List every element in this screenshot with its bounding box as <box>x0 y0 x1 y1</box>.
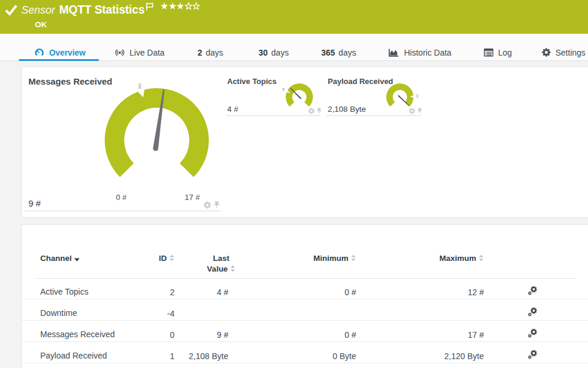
gauge-block-divider <box>326 115 421 116</box>
column-header-channel[interactable]: Channel <box>40 253 80 264</box>
small-gauge-title: Active Topics <box>227 77 277 86</box>
priority-stars[interactable] <box>160 2 201 10</box>
sort-desc-caret-icon <box>74 258 80 262</box>
small-gauge-value: 4 # <box>227 105 238 114</box>
cell-minimum: 0 # <box>297 288 356 297</box>
active-tab-underline <box>19 59 99 62</box>
gauge-pin-icon[interactable] <box>417 108 422 114</box>
cell-channel: Active Topics <box>40 287 88 296</box>
broadcast-icon <box>115 49 125 57</box>
gauges-panel: Messages Received x 0 # 17 # 9 # Active … <box>22 67 588 217</box>
cell-channel: Downtime <box>40 308 77 318</box>
cell-id: 2 <box>115 288 175 297</box>
cell-last-value: 9 # <box>169 330 228 340</box>
sort-updown-icon <box>479 254 484 262</box>
tab-2-days[interactable]: 2 days <box>198 34 223 61</box>
tab-overview[interactable]: Overview <box>34 34 85 61</box>
gauge-block-divider <box>25 211 221 211</box>
star-outline-icon[interactable] <box>185 2 193 10</box>
sort-updown-icon <box>351 254 356 262</box>
status-ok-check-icon <box>5 5 18 17</box>
status-badge: OK <box>35 20 47 29</box>
small-gauge-actions <box>409 108 422 114</box>
cell-channel: Payload Received <box>40 351 107 360</box>
sort-updown-icon <box>230 265 235 272</box>
cell-last-value: 2,108 Byte <box>169 351 228 361</box>
tab-log[interactable]: Log <box>484 34 512 61</box>
star-filled-icon[interactable] <box>169 2 177 10</box>
cell-maximum: 12 # <box>407 288 484 297</box>
table-row: Active Topics 2 4 # 0 # 12 # <box>22 278 588 299</box>
gauge-pin-icon[interactable] <box>214 201 220 209</box>
sort-updown-icon <box>169 254 175 262</box>
star-filled-icon[interactable] <box>176 2 185 10</box>
primary-gauge-value: 9 # <box>28 198 41 208</box>
tab-bar: Overview Live Data 2 days 30 days 365 da… <box>0 34 588 61</box>
table-row: Payload Received 1 2,108 Byte 0 Byte 2,1… <box>22 342 588 363</box>
priority-flag-icon[interactable] <box>145 2 154 11</box>
star-outline-icon[interactable] <box>192 2 201 10</box>
cell-maximum: 17 # <box>407 330 484 340</box>
gauge-max-label: 17 # <box>175 193 210 202</box>
gauge-pin-icon[interactable] <box>316 108 322 114</box>
log-icon <box>484 49 493 57</box>
channel-settings-gears-icon[interactable] <box>528 307 537 317</box>
channel-settings-gears-icon[interactable] <box>528 328 537 338</box>
object-kind-label: Sensor <box>21 4 55 17</box>
cell-id: -4 <box>115 309 175 318</box>
cell-last-value: 4 # <box>169 288 228 297</box>
channel-settings-gears-icon[interactable] <box>528 286 537 295</box>
gauge-icon <box>34 48 44 57</box>
table-row: Messages Received 0 9 # 0 # 17 # <box>22 321 588 342</box>
star-filled-icon[interactable] <box>160 2 169 10</box>
channels-table-panel: Channel ID Last Value Minimum Maximum Ac… <box>22 225 588 368</box>
column-header-minimum[interactable]: Minimum <box>273 253 356 264</box>
tab-historic-data[interactable]: Historic Data <box>389 34 451 61</box>
cell-id: 0 <box>115 330 175 340</box>
channel-settings-gears-icon[interactable] <box>528 350 537 359</box>
tab-live-data[interactable]: Live Data <box>115 34 164 61</box>
small-gauge-actions <box>308 108 322 114</box>
cell-maximum: 2,120 Byte <box>407 351 484 361</box>
gauge-block-divider <box>227 115 320 116</box>
cell-minimum: 0 Byte <box>297 351 356 361</box>
column-header-last-value[interactable]: Last Value <box>192 253 251 275</box>
sensor-status-header: Sensor MQTT Statistics OK <box>0 0 588 34</box>
cell-minimum: 0 # <box>297 330 356 340</box>
tab-30-days[interactable]: 30 days <box>259 34 289 61</box>
messages-received-gauge: x <box>98 81 216 199</box>
tab-365-days[interactable]: 365 days <box>321 34 356 61</box>
small-gauge-value: 2,108 Byte <box>328 105 366 114</box>
gauge-min-label: 0 # <box>104 193 139 202</box>
column-header-id[interactable]: ID <box>92 253 175 264</box>
page-title: MQTT Statistics <box>59 3 144 17</box>
table-row: Downtime -4 <box>22 299 588 321</box>
gauge-settings-gear-icon[interactable] <box>203 201 211 209</box>
tab-settings[interactable]: Settings <box>542 34 586 61</box>
primary-gauge-actions <box>203 201 220 209</box>
gauge-settings-gear-icon[interactable] <box>308 108 315 114</box>
gear-icon <box>542 48 551 57</box>
area-chart-icon <box>389 49 399 57</box>
cell-channel: Messages Received <box>40 330 115 339</box>
gauge-settings-gear-icon[interactable] <box>409 108 415 114</box>
cell-id: 1 <box>115 351 175 361</box>
column-header-maximum[interactable]: Maximum <box>401 253 484 264</box>
